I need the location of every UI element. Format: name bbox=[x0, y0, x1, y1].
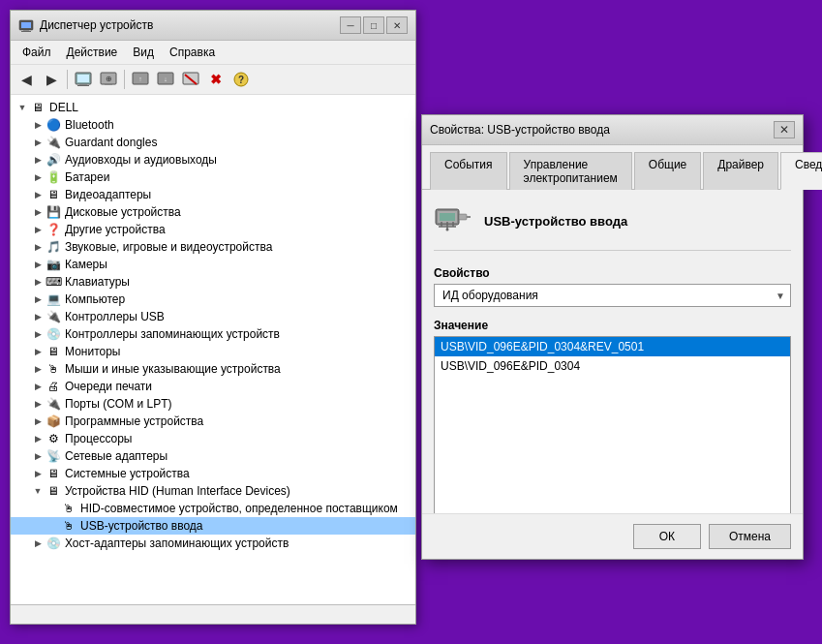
menu-help[interactable]: Справка bbox=[162, 43, 223, 62]
close-button[interactable]: ✕ bbox=[386, 16, 408, 34]
svg-rect-6 bbox=[79, 84, 87, 85]
svg-rect-22 bbox=[459, 214, 467, 220]
tree-label-other: Другие устройства bbox=[65, 223, 166, 236]
tree-label-bluetooth: Bluetooth bbox=[65, 118, 114, 132]
tree-toggle-monitors[interactable]: ▶ bbox=[30, 344, 46, 359]
tree-item-keyboard[interactable]: ▶ ⌨ Клавиатуры bbox=[11, 273, 415, 291]
tree-toggle-other[interactable]: ▶ bbox=[30, 222, 46, 237]
tree-toggle-keyboard[interactable]: ▶ bbox=[30, 274, 46, 290]
tree-item-hid[interactable]: ▼ 🖥 Устройства HID (Human Interface Devi… bbox=[11, 482, 415, 500]
menu-file[interactable]: Файл bbox=[15, 43, 59, 62]
tree-toggle-system[interactable]: ▶ bbox=[30, 466, 46, 481]
ports-icon: 🔌 bbox=[46, 396, 61, 412]
tree-item-battery[interactable]: ▶ 🔋 Батареи bbox=[11, 169, 415, 186]
tree-toggle-video[interactable]: ▶ bbox=[30, 187, 46, 202]
title-bar-controls: ─ □ ✕ bbox=[340, 16, 408, 34]
tree-toggle-root[interactable]: ▼ bbox=[15, 100, 30, 115]
ok-button[interactable]: ОК bbox=[633, 524, 701, 549]
tree-item-monitors[interactable]: ▶ 🖥 Мониторы bbox=[11, 343, 415, 360]
tree-label-processors: Процессоры bbox=[65, 432, 133, 445]
tab-driver[interactable]: Драйвер bbox=[703, 152, 778, 190]
tree-item-network[interactable]: ▶ 📡 Сетевые адаптеры bbox=[11, 447, 415, 465]
tab-general[interactable]: Общие bbox=[634, 152, 701, 190]
device-manager-window: Диспетчер устройств ─ □ ✕ Файл Действие … bbox=[10, 10, 416, 625]
minimize-button[interactable]: ─ bbox=[340, 16, 361, 34]
property-select[interactable]: ИД оборудования bbox=[434, 284, 791, 307]
hid-compatible-icon: 🖱 bbox=[61, 501, 76, 516]
disable-button[interactable] bbox=[179, 68, 202, 91]
tab-power[interactable]: Управление электропитанием bbox=[509, 152, 632, 190]
tree-item-software[interactable]: ▶ 📦 Программные устройства bbox=[11, 413, 415, 430]
tree-toggle-audio[interactable]: ▶ bbox=[30, 152, 46, 168]
tree-toggle-ports[interactable]: ▶ bbox=[30, 396, 46, 412]
tree-toggle-guardant[interactable]: ▶ bbox=[30, 135, 46, 150]
tree-toggle-storage[interactable]: ▶ bbox=[30, 326, 46, 342]
tree-item-guardant[interactable]: ▶ 🔌 Guardant dongles bbox=[11, 134, 415, 151]
dialog-footer: ОК Отмена bbox=[422, 513, 803, 559]
tree-toggle-processors[interactable]: ▶ bbox=[30, 431, 46, 446]
tree-item-bluetooth[interactable]: ▶ 🔵 Bluetooth bbox=[11, 116, 415, 134]
tree-item-host-adapter[interactable]: ▶ 💿 Хост-адаптеры запоминающих устройств bbox=[11, 535, 415, 552]
tree-toggle-software[interactable]: ▶ bbox=[30, 414, 46, 429]
forward-button[interactable]: ▶ bbox=[40, 68, 63, 91]
tree-item-video[interactable]: ▶ 🖥 Видеоадаптеры bbox=[11, 186, 415, 203]
rollback-button[interactable]: ↓ bbox=[154, 68, 177, 91]
menu-view[interactable]: Вид bbox=[125, 43, 162, 62]
tree-item-audio[interactable]: ▶ 🔊 Аудиовходы и аудиовыходы bbox=[11, 151, 415, 169]
storage-icon: 💿 bbox=[46, 326, 61, 342]
tree-toggle-host-adapter[interactable]: ▶ bbox=[30, 536, 46, 551]
scan-icon: ⊕ bbox=[100, 71, 117, 88]
menu-action[interactable]: Действие bbox=[59, 43, 126, 62]
tree-item-usb-input[interactable]: ▶ 🖱 USB-устройство ввода bbox=[11, 517, 415, 535]
tree-toggle-bluetooth[interactable]: ▶ bbox=[30, 117, 46, 133]
tree-item-disk[interactable]: ▶ 💾 Дисковые устройства bbox=[11, 203, 415, 221]
device-tree[interactable]: ▼ 🖥 DELL ▶ 🔵 Bluetooth ▶ 🔌 Guardant dong… bbox=[11, 95, 415, 604]
scan-button[interactable]: ⊕ bbox=[97, 68, 120, 91]
tree-toggle-network[interactable]: ▶ bbox=[30, 448, 46, 464]
tree-item-computer[interactable]: ▶ 💻 Компьютер bbox=[11, 291, 415, 308]
tree-item-other[interactable]: ▶ ❓ Другие устройства bbox=[11, 221, 415, 238]
tree-toggle-disk[interactable]: ▶ bbox=[30, 204, 46, 220]
value-listbox[interactable]: USB\VID_096E&PID_0304&REV_0501 USB\VID_0… bbox=[434, 336, 791, 513]
tree-item-ports[interactable]: ▶ 🔌 Порты (COM и LPT) bbox=[11, 395, 415, 413]
title-bar-left: Диспетчер устройств bbox=[18, 17, 153, 33]
tree-toggle-battery[interactable]: ▶ bbox=[30, 169, 46, 185]
tree-root[interactable]: ▼ 🖥 DELL bbox=[11, 99, 415, 116]
app-icon bbox=[18, 17, 34, 33]
tree-label-battery: Батареи bbox=[65, 170, 109, 184]
tab-events[interactable]: События bbox=[430, 152, 507, 190]
tree-item-system[interactable]: ▶ 🖥 Системные устройства bbox=[11, 465, 415, 482]
tree-toggle-sound[interactable]: ▶ bbox=[30, 239, 46, 255]
value-item-1[interactable]: USB\VID_096E&PID_0304 bbox=[435, 356, 790, 376]
tree-label-ports: Порты (COM и LPT) bbox=[65, 397, 172, 411]
update-driver-button[interactable]: ↑ bbox=[129, 68, 152, 91]
back-button[interactable]: ◀ bbox=[15, 68, 38, 91]
uninstall-button[interactable]: ✖ bbox=[204, 68, 228, 91]
dialog-close-button[interactable]: ✕ bbox=[774, 121, 795, 138]
tree-item-sound[interactable]: ▶ 🎵 Звуковые, игровые и видеоустройства bbox=[11, 238, 415, 256]
sound-icon: 🎵 bbox=[46, 239, 61, 255]
tree-item-usb[interactable]: ▶ 🔌 Контроллеры USB bbox=[11, 308, 415, 325]
cancel-button[interactable]: Отмена bbox=[709, 524, 791, 549]
tree-item-hid-compatible[interactable]: ▶ 🖱 HID-совместимое устройство, определе… bbox=[11, 500, 415, 517]
tree-item-print[interactable]: ▶ 🖨 Очереди печати bbox=[11, 378, 415, 395]
svg-point-28 bbox=[446, 229, 449, 231]
tree-item-storage[interactable]: ▶ 💿 Контроллеры запоминающих устройств bbox=[11, 325, 415, 343]
maximize-button[interactable]: □ bbox=[363, 16, 384, 34]
tree-item-mouse[interactable]: ▶ 🖱 Мыши и иные указывающие устройства bbox=[11, 360, 415, 378]
computer2-icon: 💻 bbox=[46, 291, 61, 307]
properties-button[interactable] bbox=[72, 68, 95, 91]
property-dropdown-wrapper[interactable]: ИД оборудования ▼ bbox=[434, 284, 791, 307]
value-item-0[interactable]: USB\VID_096E&PID_0304&REV_0501 bbox=[435, 337, 790, 356]
tree-toggle-mouse[interactable]: ▶ bbox=[30, 361, 46, 377]
tree-toggle-usb[interactable]: ▶ bbox=[30, 309, 46, 324]
disk-icon: 💾 bbox=[46, 204, 61, 220]
tree-toggle-hid[interactable]: ▼ bbox=[30, 483, 46, 499]
tree-toggle-computer[interactable]: ▶ bbox=[30, 291, 46, 307]
help-button[interactable]: ? bbox=[229, 68, 253, 91]
tree-toggle-print[interactable]: ▶ bbox=[30, 379, 46, 394]
tab-details[interactable]: Сведения bbox=[780, 152, 822, 190]
tree-item-processors[interactable]: ▶ ⚙ Процессоры bbox=[11, 430, 415, 447]
tree-item-camera[interactable]: ▶ 📷 Камеры bbox=[11, 256, 415, 273]
tree-toggle-camera[interactable]: ▶ bbox=[30, 257, 46, 272]
